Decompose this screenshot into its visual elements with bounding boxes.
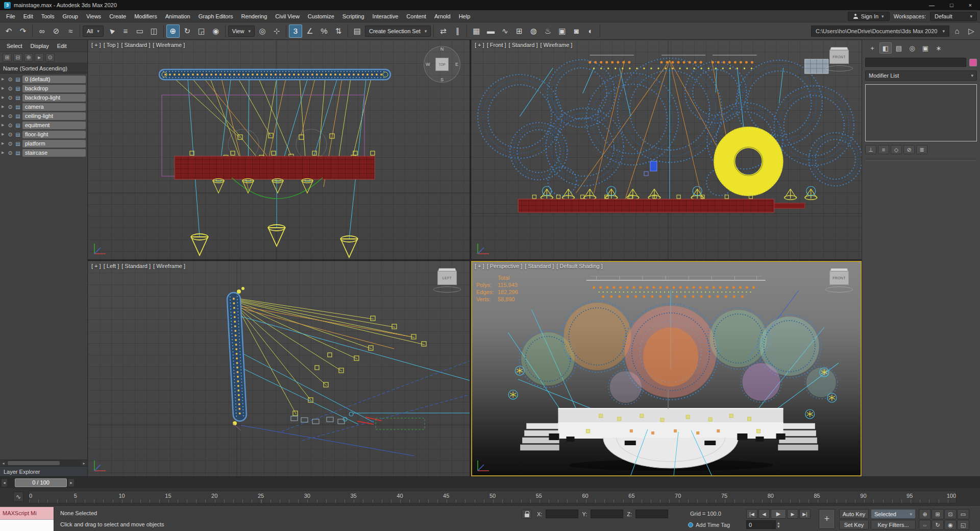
angle-snap-toggle-icon[interactable]: ∠ — [303, 25, 316, 38]
modifier-stack[interactable] — [865, 84, 977, 141]
viewport-label-segment[interactable]: [ + ] — [91, 263, 101, 269]
layer-row[interactable]: ▶ ⊙ ▤ equitment — [0, 120, 87, 130]
visibility-eye-icon[interactable]: ⊙ — [7, 95, 13, 101]
reference-coordinate-system-dropdown[interactable]: View▾ — [228, 26, 255, 37]
set-keys-button[interactable]: + — [819, 509, 835, 529]
mirror-icon[interactable]: ⇄ — [436, 25, 450, 38]
visibility-eye-icon[interactable]: ⊙ — [7, 141, 13, 147]
named-selection-sets-dropdown[interactable]: Create Selection Set▾ — [365, 26, 431, 37]
track-bar-ruler[interactable]: 0510152025303540455055606570758085909510… — [29, 491, 957, 503]
add-to-layer-icon[interactable]: ⊕ — [24, 53, 33, 62]
viewport-label-segment[interactable]: [ + ] — [91, 42, 101, 48]
viewport-label-segment[interactable]: [ Standard ] — [121, 263, 151, 269]
render-iterative-icon[interactable]: ◐ — [584, 25, 597, 38]
layer-row[interactable]: ▶ ⊙ ▤ backdrop — [0, 84, 87, 93]
z-coordinate-input[interactable] — [635, 510, 668, 518]
viewport-label-segment[interactable]: [ Top ] — [104, 42, 119, 48]
asset-library-icon[interactable]: ⌂ — [950, 25, 964, 38]
modify-tab[interactable]: ◧ — [879, 42, 892, 54]
expand-arrow-icon[interactable]: ▶ — [2, 86, 6, 90]
menu-item[interactable]: Customize — [304, 13, 338, 19]
create-new-layer-icon[interactable]: ⊞ — [3, 53, 12, 62]
viewport-label-segment[interactable]: [ Standard ] — [121, 42, 150, 48]
compass-east[interactable]: E — [455, 62, 458, 67]
menu-item[interactable]: Interactive — [369, 13, 403, 19]
expand-arrow-icon[interactable]: ▶ — [2, 114, 6, 118]
create-tab[interactable]: + — [866, 42, 878, 54]
viewport-top[interactable]: [ + ][ Top ][ Standard ][ Wireframe ] — [88, 40, 470, 259]
add-time-tag-button[interactable]: Add Time Tag — [688, 522, 730, 528]
expand-arrow-icon[interactable]: ▶ — [2, 77, 6, 81]
layer-explorer-toggle-icon[interactable]: ▦ — [470, 25, 483, 38]
select-and-place-icon[interactable]: ◉ — [209, 25, 223, 38]
menu-item[interactable]: File — [2, 13, 19, 19]
layer-name[interactable]: platform — [22, 140, 86, 148]
layer-name[interactable]: backdrop-light — [22, 94, 86, 102]
use-pivot-point-center-icon[interactable]: ◎ — [256, 25, 269, 38]
go-to-start-button[interactable]: |◀ — [746, 509, 757, 519]
menu-item[interactable]: Content — [402, 13, 430, 19]
play-animation-button[interactable]: ▶ — [771, 509, 786, 519]
motion-tab[interactable]: ◎ — [906, 42, 918, 54]
select-and-rotate-icon[interactable]: ↻ — [181, 25, 194, 38]
workspaces-dropdown[interactable]: Default ▾ — [930, 12, 977, 21]
maxscript-mini-listener-input[interactable] — [0, 519, 54, 531]
menu-item[interactable]: Views — [82, 13, 105, 19]
menu-item[interactable]: Graph Editors — [194, 13, 237, 19]
maximize-button[interactable]: □ — [950, 2, 953, 8]
maxscript-mini-listener[interactable]: MAXScript Mi — [0, 507, 54, 531]
viewcube[interactable]: FRONT — [825, 267, 853, 293]
select-and-scale-icon[interactable]: ◲ — [195, 25, 208, 38]
select-and-move-icon[interactable]: ⊕ — [166, 25, 180, 38]
x-coordinate-input[interactable] — [546, 510, 578, 518]
menu-item[interactable]: Edit — [19, 13, 37, 19]
visibility-eye-icon[interactable]: ⊙ — [7, 104, 13, 110]
frame-number-input[interactable] — [746, 520, 776, 529]
zoom-region-icon[interactable]: ▭ — [957, 509, 969, 519]
visibility-eye-icon[interactable]: ⊙ — [7, 123, 13, 128]
visibility-eye-icon[interactable]: ⊙ — [7, 113, 13, 119]
expand-arrow-icon[interactable]: ▶ — [2, 95, 6, 100]
layer-row[interactable]: ▶ ⊙ ▤ 0 (default) — [0, 75, 87, 84]
display-tab[interactable]: ▣ — [919, 42, 932, 54]
layer-name[interactable]: staircase — [22, 149, 86, 157]
frame-spinner[interactable]: ▴▾ — [777, 521, 780, 528]
viewport-perspective[interactable]: [ + ][ Perspective ][ Standard ][ Defaul… — [471, 261, 862, 476]
layer-name[interactable]: floor-light — [22, 131, 86, 138]
menu-item[interactable]: Civil View — [271, 13, 303, 19]
configure-modifier-sets-button[interactable]: ≣ — [916, 145, 927, 154]
viewport-label-segment[interactable]: [ Left ] — [104, 263, 119, 269]
viewport-label-segment[interactable]: [ + ] — [475, 263, 484, 269]
make-unique-button[interactable]: ◇ — [891, 145, 902, 154]
object-color-swatch[interactable] — [969, 59, 977, 66]
material-editor-icon[interactable]: ◍ — [527, 25, 540, 38]
viewport-label-segment[interactable]: [ Perspective ] — [487, 263, 523, 269]
viewcube-compass[interactable]: N E S W TOP — [424, 46, 460, 83]
viewport-left[interactable]: [ + ][ Left ][ Standard ][ Wireframe ] — [88, 261, 470, 476]
pin-stack-button[interactable]: ⊥ — [865, 145, 876, 154]
time-step-back-button[interactable]: ◂ — [1, 478, 8, 487]
spinner-snap-toggle-icon[interactable]: ⇅ — [332, 25, 345, 38]
expand-arrow-icon[interactable]: ▶ — [2, 151, 6, 155]
visibility-eye-icon[interactable]: ⊙ — [7, 150, 13, 156]
visibility-eye-icon[interactable]: ⊙ — [7, 77, 13, 82]
explorer-tab[interactable]: Select — [3, 42, 26, 50]
delete-layer-icon[interactable]: ⊟ — [13, 53, 22, 62]
expand-arrow-icon[interactable]: ▶ — [2, 105, 6, 109]
open-in-interactive-icon[interactable]: ▷ — [965, 25, 978, 38]
orbit-icon[interactable]: ↻ — [932, 520, 944, 530]
show-end-result-button[interactable]: ≡ — [878, 145, 889, 154]
viewcube[interactable]: FRONT — [825, 46, 853, 71]
selection-filter-dropdown[interactable]: All▾ — [83, 26, 104, 37]
viewport-label-segment[interactable]: [ Default Shading ] — [556, 263, 603, 269]
viewport-label-segment[interactable]: [ Wireframe ] — [153, 42, 185, 48]
project-folder-field[interactable]: C:\Users\ho\OneDrive\Documents\3ds Max 2… — [811, 26, 949, 37]
toggle-ribbon-icon[interactable]: ▬ — [484, 25, 497, 38]
expand-arrow-icon[interactable]: ▶ — [2, 123, 6, 127]
layer-row[interactable]: ▶ ⊙ ▤ staircase — [0, 148, 87, 157]
layer-name[interactable]: camera — [22, 103, 86, 111]
minimize-button[interactable]: — — [929, 2, 935, 8]
rendered-frame-window-icon[interactable]: ▣ — [555, 25, 569, 38]
bind-to-space-warp-icon[interactable]: ≈ — [64, 25, 77, 38]
selection-lock-toggle[interactable] — [522, 510, 532, 519]
